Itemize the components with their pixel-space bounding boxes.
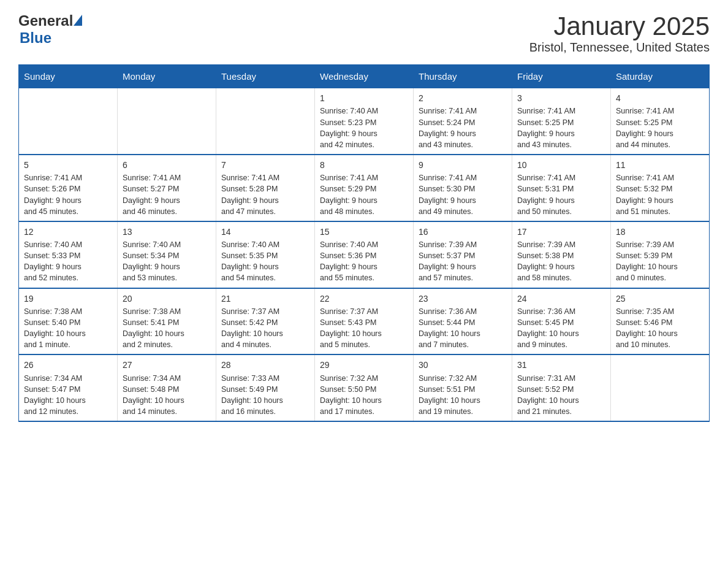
calendar-table: SundayMondayTuesdayWednesdayThursdayFrid… bbox=[18, 64, 710, 422]
calendar-cell bbox=[19, 88, 118, 155]
day-number: 28 bbox=[221, 359, 309, 371]
day-number: 4 bbox=[616, 92, 704, 104]
day-info: Sunrise: 7:37 AM Sunset: 5:42 PM Dayligh… bbox=[221, 307, 283, 349]
calendar-cell: 29Sunrise: 7:32 AM Sunset: 5:50 PM Dayli… bbox=[315, 354, 414, 421]
day-number: 21 bbox=[221, 293, 309, 305]
day-number: 3 bbox=[517, 92, 605, 104]
weekday-header-friday: Friday bbox=[512, 65, 611, 88]
day-info: Sunrise: 7:37 AM Sunset: 5:43 PM Dayligh… bbox=[320, 307, 382, 349]
calendar-cell: 19Sunrise: 7:38 AM Sunset: 5:40 PM Dayli… bbox=[19, 288, 118, 355]
calendar-cell: 4Sunrise: 7:41 AM Sunset: 5:25 PM Daylig… bbox=[611, 88, 710, 155]
calendar-cell: 31Sunrise: 7:31 AM Sunset: 5:52 PM Dayli… bbox=[512, 354, 611, 421]
calendar-cell: 11Sunrise: 7:41 AM Sunset: 5:32 PM Dayli… bbox=[611, 155, 710, 221]
day-number: 22 bbox=[320, 293, 408, 305]
day-number: 27 bbox=[123, 359, 211, 371]
weekday-header-saturday: Saturday bbox=[611, 65, 710, 88]
day-info: Sunrise: 7:31 AM Sunset: 5:52 PM Dayligh… bbox=[517, 374, 579, 416]
day-info: Sunrise: 7:41 AM Sunset: 5:25 PM Dayligh… bbox=[517, 107, 575, 148]
day-number: 23 bbox=[419, 293, 507, 305]
calendar-cell: 20Sunrise: 7:38 AM Sunset: 5:41 PM Dayli… bbox=[118, 288, 216, 355]
day-number: 20 bbox=[123, 293, 211, 305]
day-info: Sunrise: 7:36 AM Sunset: 5:44 PM Dayligh… bbox=[419, 307, 480, 349]
day-info: Sunrise: 7:41 AM Sunset: 5:25 PM Dayligh… bbox=[616, 107, 674, 148]
day-info: Sunrise: 7:41 AM Sunset: 5:24 PM Dayligh… bbox=[419, 107, 477, 148]
calendar-header-row: SundayMondayTuesdayWednesdayThursdayFrid… bbox=[19, 65, 710, 88]
calendar-cell bbox=[611, 354, 710, 421]
calendar-cell: 13Sunrise: 7:40 AM Sunset: 5:34 PM Dayli… bbox=[118, 221, 216, 288]
day-number: 30 bbox=[419, 359, 507, 371]
day-number: 29 bbox=[320, 359, 408, 371]
day-number: 16 bbox=[419, 226, 507, 238]
calendar-cell: 6Sunrise: 7:41 AM Sunset: 5:27 PM Daylig… bbox=[118, 155, 216, 221]
logo-general-text: General bbox=[18, 12, 73, 29]
day-number: 17 bbox=[517, 226, 605, 238]
day-number: 7 bbox=[221, 159, 309, 171]
calendar-cell: 1Sunrise: 7:40 AM Sunset: 5:23 PM Daylig… bbox=[315, 88, 414, 155]
day-info: Sunrise: 7:40 AM Sunset: 5:36 PM Dayligh… bbox=[320, 240, 378, 282]
calendar-cell bbox=[118, 88, 216, 155]
calendar-cell: 8Sunrise: 7:41 AM Sunset: 5:29 PM Daylig… bbox=[315, 155, 414, 221]
day-number: 15 bbox=[320, 226, 408, 238]
title-block: January 2025 Bristol, Tennessee, United … bbox=[529, 12, 710, 55]
calendar-cell: 27Sunrise: 7:34 AM Sunset: 5:48 PM Dayli… bbox=[118, 354, 216, 421]
day-number: 10 bbox=[517, 159, 605, 171]
calendar-cell: 5Sunrise: 7:41 AM Sunset: 5:26 PM Daylig… bbox=[19, 155, 118, 221]
calendar-cell: 15Sunrise: 7:40 AM Sunset: 5:36 PM Dayli… bbox=[315, 221, 414, 288]
day-info: Sunrise: 7:41 AM Sunset: 5:28 PM Dayligh… bbox=[221, 174, 279, 215]
weekday-header-monday: Monday bbox=[118, 65, 216, 88]
calendar-week-row: 5Sunrise: 7:41 AM Sunset: 5:26 PM Daylig… bbox=[19, 155, 710, 221]
logo-blue-text: Blue bbox=[20, 29, 51, 46]
day-number: 1 bbox=[320, 92, 408, 104]
day-info: Sunrise: 7:33 AM Sunset: 5:49 PM Dayligh… bbox=[221, 374, 283, 416]
day-info: Sunrise: 7:32 AM Sunset: 5:51 PM Dayligh… bbox=[419, 374, 480, 416]
calendar-cell: 24Sunrise: 7:36 AM Sunset: 5:45 PM Dayli… bbox=[512, 288, 611, 355]
day-number: 24 bbox=[517, 293, 605, 305]
day-info: Sunrise: 7:40 AM Sunset: 5:34 PM Dayligh… bbox=[123, 240, 181, 282]
calendar-week-row: 19Sunrise: 7:38 AM Sunset: 5:40 PM Dayli… bbox=[19, 288, 710, 355]
day-number: 9 bbox=[419, 159, 507, 171]
day-info: Sunrise: 7:35 AM Sunset: 5:46 PM Dayligh… bbox=[616, 307, 678, 349]
day-number: 5 bbox=[24, 159, 112, 171]
calendar-cell: 16Sunrise: 7:39 AM Sunset: 5:37 PM Dayli… bbox=[414, 221, 512, 288]
calendar-cell: 28Sunrise: 7:33 AM Sunset: 5:49 PM Dayli… bbox=[216, 354, 315, 421]
day-info: Sunrise: 7:32 AM Sunset: 5:50 PM Dayligh… bbox=[320, 374, 382, 416]
calendar-cell: 10Sunrise: 7:41 AM Sunset: 5:31 PM Dayli… bbox=[512, 155, 611, 221]
calendar-week-row: 12Sunrise: 7:40 AM Sunset: 5:33 PM Dayli… bbox=[19, 221, 710, 288]
calendar-cell: 30Sunrise: 7:32 AM Sunset: 5:51 PM Dayli… bbox=[414, 354, 512, 421]
calendar-cell: 23Sunrise: 7:36 AM Sunset: 5:44 PM Dayli… bbox=[414, 288, 512, 355]
day-info: Sunrise: 7:41 AM Sunset: 5:26 PM Dayligh… bbox=[24, 174, 82, 215]
day-info: Sunrise: 7:41 AM Sunset: 5:31 PM Dayligh… bbox=[517, 174, 575, 215]
day-info: Sunrise: 7:38 AM Sunset: 5:40 PM Dayligh… bbox=[24, 307, 86, 349]
weekday-header-tuesday: Tuesday bbox=[216, 65, 315, 88]
calendar-cell: 18Sunrise: 7:39 AM Sunset: 5:39 PM Dayli… bbox=[611, 221, 710, 288]
day-info: Sunrise: 7:40 AM Sunset: 5:35 PM Dayligh… bbox=[221, 240, 279, 282]
day-info: Sunrise: 7:39 AM Sunset: 5:39 PM Dayligh… bbox=[616, 240, 678, 282]
calendar-week-row: 1Sunrise: 7:40 AM Sunset: 5:23 PM Daylig… bbox=[19, 88, 710, 155]
calendar-cell: 21Sunrise: 7:37 AM Sunset: 5:42 PM Dayli… bbox=[216, 288, 315, 355]
day-number: 19 bbox=[24, 293, 112, 305]
day-number: 12 bbox=[24, 226, 112, 238]
weekday-header-wednesday: Wednesday bbox=[315, 65, 414, 88]
logo-triangle-icon bbox=[74, 15, 82, 26]
day-number: 25 bbox=[616, 293, 704, 305]
day-info: Sunrise: 7:41 AM Sunset: 5:30 PM Dayligh… bbox=[419, 174, 477, 215]
day-info: Sunrise: 7:34 AM Sunset: 5:48 PM Dayligh… bbox=[123, 374, 184, 416]
calendar-cell: 22Sunrise: 7:37 AM Sunset: 5:43 PM Dayli… bbox=[315, 288, 414, 355]
day-info: Sunrise: 7:41 AM Sunset: 5:27 PM Dayligh… bbox=[123, 174, 181, 215]
calendar-cell: 17Sunrise: 7:39 AM Sunset: 5:38 PM Dayli… bbox=[512, 221, 611, 288]
day-number: 26 bbox=[24, 359, 112, 371]
day-number: 11 bbox=[616, 159, 704, 171]
day-info: Sunrise: 7:36 AM Sunset: 5:45 PM Dayligh… bbox=[517, 307, 579, 349]
calendar-cell: 2Sunrise: 7:41 AM Sunset: 5:24 PM Daylig… bbox=[414, 88, 512, 155]
calendar-week-row: 26Sunrise: 7:34 AM Sunset: 5:47 PM Dayli… bbox=[19, 354, 710, 421]
weekday-header-thursday: Thursday bbox=[414, 65, 512, 88]
day-info: Sunrise: 7:41 AM Sunset: 5:29 PM Dayligh… bbox=[320, 174, 378, 215]
day-info: Sunrise: 7:41 AM Sunset: 5:32 PM Dayligh… bbox=[616, 174, 674, 215]
page-title: January 2025 bbox=[529, 12, 710, 40]
day-number: 31 bbox=[517, 359, 605, 371]
day-number: 13 bbox=[123, 226, 211, 238]
day-number: 2 bbox=[419, 92, 507, 104]
day-info: Sunrise: 7:40 AM Sunset: 5:33 PM Dayligh… bbox=[24, 240, 82, 282]
logo: General Blue bbox=[18, 12, 82, 47]
calendar-cell: 14Sunrise: 7:40 AM Sunset: 5:35 PM Dayli… bbox=[216, 221, 315, 288]
